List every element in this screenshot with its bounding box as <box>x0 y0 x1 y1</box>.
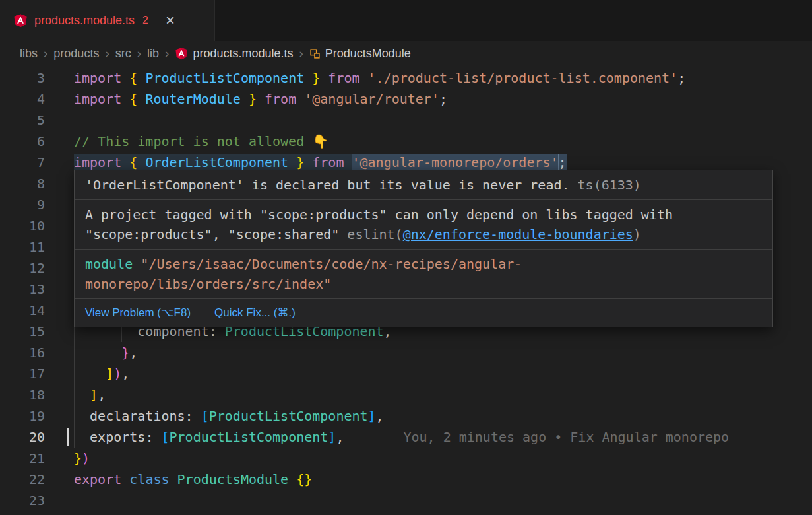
code-line-21[interactable]: 21}) <box>0 448 812 469</box>
angular-icon <box>13 13 28 28</box>
breadcrumb-item-productsmodule[interactable]: ProductsModule <box>309 47 411 61</box>
eslint-diagnostic-message: A project tagged with "scope:products" c… <box>75 199 772 249</box>
line-number[interactable]: 5 <box>0 110 45 131</box>
breadcrumb: libs›products›src›lib› products.module.t… <box>0 41 812 66</box>
code-text <box>45 215 74 236</box>
code-line-16[interactable]: 16}, <box>0 342 812 363</box>
cursor-caret <box>67 428 69 446</box>
code-line-22[interactable]: 22export class ProductsModule {} <box>0 469 812 490</box>
line-number[interactable]: 21 <box>0 448 45 469</box>
hover-actions: View Problem (⌥F8) Quick Fix... (⌘.) <box>75 298 772 327</box>
code-editor[interactable]: 3import { ProductListComponent } from '.… <box>0 66 812 515</box>
line-number[interactable]: 3 <box>0 67 45 88</box>
code-text: declarations: [ProductListComponent], <box>45 405 384 427</box>
class-icon <box>309 48 321 59</box>
line-number[interactable]: 18 <box>0 384 45 405</box>
code-token <box>121 154 129 170</box>
line-number[interactable]: 12 <box>0 258 45 279</box>
line-number[interactable]: 11 <box>0 236 45 258</box>
code-token: ProductListComponent <box>170 429 328 445</box>
code-line-4[interactable]: 4import { RouterModule } from '@angular/… <box>0 88 812 110</box>
code-token: { <box>129 154 137 170</box>
code-line-6[interactable]: 6// This import is not allowed 👇 <box>0 131 812 152</box>
line-number[interactable]: 10 <box>0 215 45 236</box>
code-token <box>288 471 296 487</box>
code-token <box>288 154 296 170</box>
breadcrumb-item-libs[interactable]: libs <box>20 47 38 61</box>
breadcrumb-label: lib <box>147 47 159 61</box>
line-number[interactable]: 9 <box>0 194 45 215</box>
line-number[interactable]: 23 <box>0 490 45 511</box>
code-token <box>344 154 352 170</box>
code-token <box>137 91 145 107</box>
code-token <box>304 154 312 170</box>
code-token: [ <box>161 429 169 445</box>
breadcrumb-separator-icon: › <box>299 46 303 61</box>
line-number[interactable]: 8 <box>0 173 45 194</box>
breadcrumb-separator-icon: › <box>44 46 47 61</box>
line-number[interactable]: 22 <box>0 469 45 490</box>
code-token: } <box>249 91 257 107</box>
code-token: [ <box>201 408 209 424</box>
quick-fix-action[interactable]: Quick Fix... (⌘.) <box>214 303 296 323</box>
breadcrumb-item-products.module.ts[interactable]: products.module.ts <box>175 47 293 61</box>
ts-diagnostic-message: 'OrderListComponent' is declared but its… <box>75 170 772 199</box>
git-blame-annotation: You, 2 minutes ago • Fix Angular monorep… <box>403 429 729 445</box>
code-token: , <box>336 429 344 445</box>
code-token: , <box>121 366 129 382</box>
code-text <box>45 279 74 300</box>
line-number[interactable]: 13 <box>0 279 45 300</box>
code-token <box>121 91 129 107</box>
code-token: } <box>296 154 304 170</box>
ts-error-code: ts(6133) <box>578 177 641 193</box>
code-token: } <box>121 345 129 360</box>
line-number[interactable]: 20 <box>0 427 45 448</box>
code-line-19[interactable]: 19declarations: [ProductListComponent], <box>0 405 812 427</box>
eslint-rule-link[interactable]: @nx/enforce-module-boundaries <box>403 226 633 242</box>
code-line-17[interactable]: 17]), <box>0 363 812 384</box>
code-token <box>257 91 265 107</box>
code-line-5[interactable]: 5 <box>0 110 812 131</box>
line-number[interactable]: 16 <box>0 342 45 363</box>
line-number[interactable]: 17 <box>0 363 45 384</box>
code-token: ] <box>90 387 98 403</box>
tab-bar: products.module.ts 2 × <box>0 0 812 41</box>
line-number[interactable]: 7 <box>0 152 45 173</box>
eslint-source-close: ) <box>633 226 641 242</box>
code-token <box>137 154 145 170</box>
code-line-23[interactable]: 23 <box>0 490 812 511</box>
breadcrumb-label: ProductsModule <box>325 47 411 61</box>
code-token: {} <box>296 471 312 487</box>
breadcrumb-item-products[interactable]: products <box>53 47 99 61</box>
code-token: './product-list/product-list.component' <box>368 70 678 86</box>
angular-icon <box>175 47 188 60</box>
line-number[interactable]: 4 <box>0 88 45 110</box>
line-number[interactable]: 19 <box>0 405 45 427</box>
view-problem-action[interactable]: View Problem (⌥F8) <box>85 303 191 323</box>
line-number[interactable]: 15 <box>0 321 45 342</box>
code-token: // This import is not allowed <box>74 133 312 149</box>
code-text: ], <box>45 384 106 405</box>
tab-products-module[interactable]: products.module.ts 2 × <box>0 0 215 41</box>
code-token: declarations <box>90 408 185 424</box>
code-token: { <box>129 91 137 107</box>
breadcrumb-separator-icon: › <box>105 46 109 61</box>
code-token: ProductListComponent <box>145 70 304 86</box>
code-token: , <box>376 408 384 424</box>
code-token <box>304 70 312 86</box>
breadcrumb-label: products <box>53 47 99 61</box>
code-token: '@angular/router' <box>304 91 439 107</box>
indent-guide <box>74 405 90 427</box>
indent-guide <box>74 342 90 363</box>
breadcrumb-label: src <box>115 47 131 61</box>
line-number[interactable]: 14 <box>0 300 45 321</box>
close-icon[interactable]: × <box>166 13 175 28</box>
line-number[interactable]: 6 <box>0 131 45 152</box>
breadcrumb-item-lib[interactable]: lib <box>147 47 159 61</box>
code-line-3[interactable]: 3import { ProductListComponent } from '.… <box>0 67 812 88</box>
code-text <box>45 110 74 131</box>
code-line-18[interactable]: 18], <box>0 384 812 405</box>
code-line-20[interactable]: 20exports: [ProductListComponent],You, 2… <box>0 427 812 448</box>
breadcrumb-item-src[interactable]: src <box>115 47 131 61</box>
code-token: , <box>129 345 137 360</box>
